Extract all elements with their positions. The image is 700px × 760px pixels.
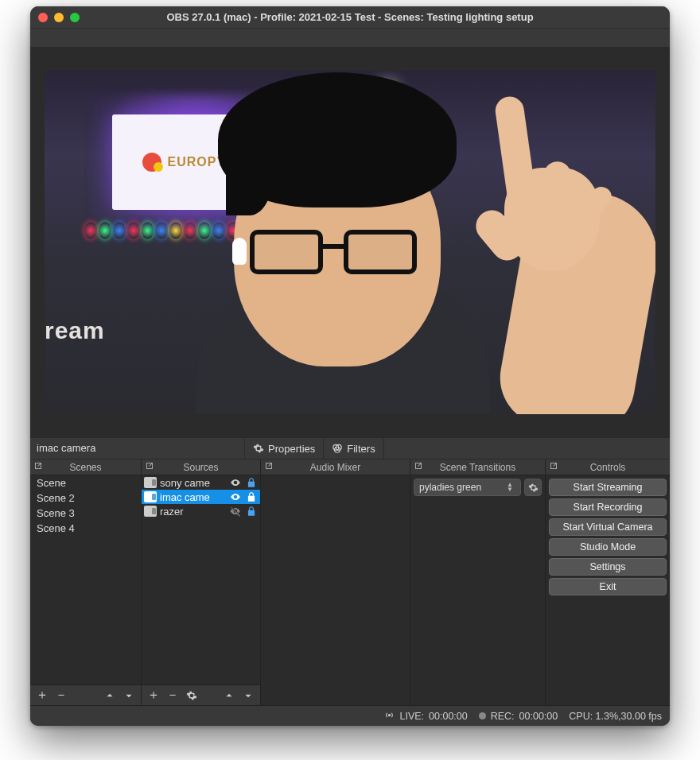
window-minimize-button[interactable] bbox=[54, 13, 64, 22]
scene-item[interactable]: Scene bbox=[30, 475, 141, 491]
transitions-panel: Scene Transitions pyladies green ▲▼ bbox=[410, 459, 546, 705]
transitions-title: Scene Transitions bbox=[440, 462, 515, 473]
source-item[interactable]: sony came bbox=[142, 475, 260, 490]
visibility-toggle[interactable] bbox=[229, 476, 242, 489]
scenes-header: Scenes bbox=[30, 459, 141, 475]
app-window: OBS 27.0.1 (mac) - Profile: 2021-02-15 T… bbox=[30, 6, 670, 726]
filters-icon bbox=[332, 443, 343, 454]
source-item[interactable]: razer bbox=[142, 504, 260, 518]
gear-icon bbox=[253, 443, 264, 454]
scenes-panel: Scenes SceneScene 2Scene 3Scene 4 ＋ － bbox=[30, 459, 142, 705]
controls-body: Start Streaming Start Recording Start Vi… bbox=[546, 475, 670, 705]
selected-source-label: imac camera bbox=[30, 438, 245, 459]
rec-label: REC: bbox=[491, 711, 515, 722]
program-preview[interactable]: EUROPYTHON ream bbox=[45, 71, 655, 414]
sources-panel: Sources sony cameimac camerazer ＋ － bbox=[142, 459, 261, 705]
window-title: OBS 27.0.1 (mac) - Profile: 2021-02-15 T… bbox=[166, 11, 533, 23]
start-recording-button[interactable]: Start Recording bbox=[549, 498, 667, 516]
source-add-button[interactable]: ＋ bbox=[145, 687, 162, 704]
sources-footer: ＋ － bbox=[142, 684, 260, 705]
start-streaming-button[interactable]: Start Streaming bbox=[549, 479, 667, 496]
source-item[interactable]: imac came bbox=[142, 490, 260, 504]
transition-select[interactable]: pyladies green ▲▼ bbox=[414, 479, 521, 496]
transitions-body: pyladies green ▲▼ bbox=[410, 475, 545, 705]
filters-button[interactable]: Filters bbox=[324, 438, 383, 459]
statusbar: LIVE: 00:00:00 REC: 00:00:00 CPU: 1.3%,3… bbox=[30, 705, 670, 726]
source-properties-button[interactable] bbox=[183, 687, 200, 704]
source-label: razer bbox=[160, 506, 226, 518]
filters-label: Filters bbox=[347, 443, 375, 455]
audio-mixer-header: Audio Mixer bbox=[261, 459, 410, 475]
lock-toggle[interactable] bbox=[245, 476, 258, 489]
audio-mixer-title: Audio Mixer bbox=[310, 462, 360, 473]
scene-item[interactable]: Scene 4 bbox=[30, 521, 141, 536]
titlebar: OBS 27.0.1 (mac) - Profile: 2021-02-15 T… bbox=[30, 6, 670, 29]
scene-remove-button[interactable]: － bbox=[52, 687, 70, 704]
preview-side-text: ream bbox=[45, 317, 105, 344]
scene-move-down-button[interactable] bbox=[120, 687, 138, 704]
preview-arm bbox=[457, 112, 655, 414]
svg-point-3 bbox=[389, 714, 391, 715]
source-label: sony came bbox=[160, 477, 226, 489]
source-remove-button[interactable]: － bbox=[164, 687, 181, 704]
preview-glasses bbox=[250, 230, 417, 279]
transition-selected-label: pyladies green bbox=[419, 482, 481, 493]
scene-item[interactable]: Scene 3 bbox=[30, 506, 141, 521]
preview-area: EUROPYTHON ream bbox=[30, 48, 670, 437]
gear-icon bbox=[528, 483, 539, 493]
stepper-icon: ▲▼ bbox=[504, 483, 515, 492]
settings-button[interactable]: Settings bbox=[549, 558, 667, 576]
start-virtual-camera-button[interactable]: Start Virtual Camera bbox=[549, 518, 667, 536]
window-zoom-button[interactable] bbox=[70, 13, 80, 22]
source-move-down-button[interactable] bbox=[239, 687, 257, 704]
source-toolbar: imac camera Properties Filters bbox=[30, 437, 670, 459]
visibility-toggle[interactable] bbox=[229, 505, 242, 518]
window-close-button[interactable] bbox=[38, 13, 48, 22]
camera-icon bbox=[144, 477, 157, 488]
europython-logo-icon bbox=[142, 153, 161, 172]
lock-toggle[interactable] bbox=[245, 491, 258, 503]
properties-label: Properties bbox=[268, 443, 315, 455]
preview-earbud bbox=[232, 238, 247, 265]
scenes-list[interactable]: SceneScene 2Scene 3Scene 4 bbox=[30, 475, 141, 684]
source-label: imac came bbox=[160, 491, 226, 503]
controls-panel: Controls Start Streaming Start Recording… bbox=[546, 459, 670, 705]
controls-title: Controls bbox=[590, 462, 626, 473]
transition-settings-button[interactable] bbox=[524, 479, 542, 496]
broadcast-icon bbox=[384, 710, 395, 723]
sources-list[interactable]: sony cameimac camerazer bbox=[142, 475, 260, 684]
scene-move-up-button[interactable] bbox=[101, 687, 119, 704]
status-rec: REC: 00:00:00 bbox=[479, 711, 558, 722]
live-label: LIVE: bbox=[399, 711, 424, 722]
exit-button[interactable]: Exit bbox=[549, 578, 667, 595]
live-time: 00:00:00 bbox=[429, 711, 468, 722]
scene-add-button[interactable]: ＋ bbox=[33, 687, 51, 704]
controls-popout-button[interactable] bbox=[549, 461, 560, 472]
studio-mode-button[interactable]: Studio Mode bbox=[549, 538, 667, 556]
status-live: LIVE: 00:00:00 bbox=[384, 710, 467, 723]
menubar[interactable] bbox=[30, 29, 670, 48]
scenes-footer: ＋ － bbox=[30, 684, 141, 705]
camera-icon bbox=[144, 506, 157, 517]
window-controls bbox=[38, 13, 80, 22]
visibility-toggle[interactable] bbox=[229, 491, 242, 503]
sources-title: Sources bbox=[183, 462, 218, 473]
sources-popout-button[interactable] bbox=[145, 461, 156, 472]
rec-time: 00:00:00 bbox=[519, 711, 558, 722]
scene-item[interactable]: Scene 2 bbox=[30, 491, 141, 506]
controls-header: Controls bbox=[546, 459, 670, 475]
audio-mixer-panel: Audio Mixer bbox=[261, 459, 410, 705]
record-dot-icon bbox=[479, 712, 486, 719]
transitions-popout-button[interactable] bbox=[414, 461, 425, 472]
audio-mixer-body[interactable] bbox=[261, 475, 410, 705]
docks: Scenes SceneScene 2Scene 3Scene 4 ＋ － So… bbox=[30, 459, 670, 705]
audio-mixer-popout-button[interactable] bbox=[264, 461, 275, 472]
scenes-popout-button[interactable] bbox=[33, 461, 45, 472]
lock-toggle[interactable] bbox=[245, 505, 258, 518]
properties-button[interactable]: Properties bbox=[245, 438, 324, 459]
preview-person-hair bbox=[218, 72, 457, 207]
scenes-title: Scenes bbox=[69, 462, 101, 473]
camera-icon bbox=[144, 491, 157, 502]
source-move-up-button[interactable] bbox=[220, 687, 238, 704]
cpu-text: CPU: 1.3%,30.00 fps bbox=[569, 711, 662, 722]
